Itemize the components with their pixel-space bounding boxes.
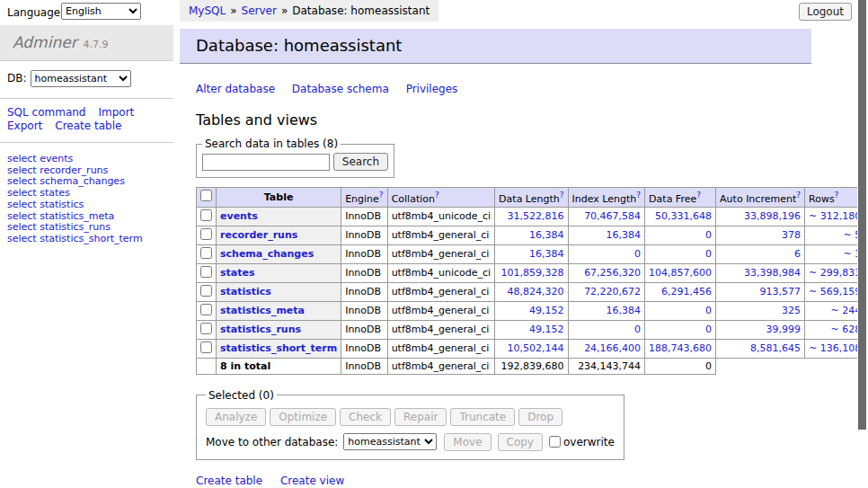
- table-link[interactable]: statistics_meta: [220, 305, 305, 316]
- table-link[interactable]: statistics_runs: [220, 324, 301, 335]
- page-title: Database: homeassistant: [180, 29, 811, 64]
- engine-cell: InnoDB: [341, 301, 387, 320]
- data-length-cell: 101,859,328: [495, 263, 568, 282]
- row-checkbox[interactable]: [200, 228, 212, 240]
- truncate-button[interactable]: Truncate: [450, 408, 515, 426]
- language-label: Language:: [7, 6, 64, 19]
- help-link[interactable]: ?: [835, 191, 839, 200]
- sidebar-import-link[interactable]: Import: [98, 106, 134, 119]
- total-label: 8 in total: [217, 358, 341, 374]
- column-header-table: Table: [217, 188, 341, 208]
- engine-cell: InnoDB: [341, 320, 387, 339]
- row-checkbox[interactable]: [200, 304, 212, 315]
- tables-and-views-heading: Tables and views: [196, 111, 852, 129]
- move-button[interactable]: Move: [444, 433, 491, 451]
- help-link[interactable]: ?: [379, 191, 384, 200]
- table-link[interactable]: schema_changes: [220, 248, 314, 260]
- search-legend: Search data in tables (8): [202, 138, 341, 150]
- breadcrumb-link-mysql[interactable]: MySQL: [189, 4, 226, 17]
- data-free-cell: 0: [645, 301, 716, 320]
- table-row: statistics_short_termInnoDButf8mb4_gener…: [197, 339, 868, 358]
- db-select[interactable]: homeassistant: [31, 70, 131, 87]
- column-header-index-length: Index Length?: [568, 188, 645, 208]
- main-content: Database: homeassistant Alter database D…: [180, 25, 852, 488]
- breadcrumb-separator: »: [230, 4, 236, 17]
- engine-cell: InnoDB: [341, 244, 387, 263]
- copy-button[interactable]: Copy: [498, 433, 543, 451]
- help-link[interactable]: ?: [636, 191, 641, 200]
- rows-cell: ~ 628: [805, 320, 865, 339]
- index-length-cell: 67,256,320: [568, 263, 645, 282]
- overwrite-checkbox[interactable]: [549, 436, 561, 448]
- optimize-button[interactable]: Optimize: [270, 408, 336, 426]
- data-free-cell: 0: [645, 320, 716, 339]
- sidebar-export-link[interactable]: Export: [7, 120, 42, 132]
- logout-button[interactable]: Logout: [799, 3, 852, 21]
- help-link[interactable]: ?: [796, 191, 801, 200]
- sidebar-sql-command-link[interactable]: SQL command: [7, 106, 85, 119]
- sidebar-select-link[interactable]: select statistics: [7, 200, 166, 211]
- table-link[interactable]: states: [220, 267, 255, 279]
- auto-increment-cell: 6: [716, 244, 805, 263]
- breadcrumb-current: Database: homeassistant: [292, 4, 430, 17]
- db-label: DB:: [7, 72, 27, 84]
- collation-cell: utf8mb4_unicode_ci: [387, 207, 494, 226]
- table-link[interactable]: events: [220, 210, 258, 222]
- data-length-cell: 31,522,816: [495, 207, 568, 226]
- search-button[interactable]: Search: [333, 153, 388, 171]
- analyze-button[interactable]: Analyze: [206, 408, 266, 426]
- select-all-checkbox[interactable]: [200, 190, 212, 201]
- collation-cell: utf8mb4_general_ci: [387, 226, 494, 244]
- privileges-link[interactable]: Privileges: [406, 83, 458, 95]
- total-row: 8 in totalInnoDButf8mb4_general_ci192,83…: [197, 358, 868, 374]
- data-free-cell: 104,857,600: [645, 263, 716, 282]
- selected-fieldset: Selected (0) AnalyzeOptimizeCheckRepairT…: [196, 389, 624, 460]
- row-checkbox[interactable]: [200, 266, 212, 278]
- collation-cell: utf8mb4_general_ci: [387, 301, 494, 320]
- sidebar-table-links: select eventsselect recorder_runsselect …: [0, 143, 173, 256]
- table-row: eventsInnoDButf8mb4_unicode_ci31,522,816…: [197, 207, 868, 226]
- table-header: TableEngine?Collation?Data Length?Index …: [197, 188, 868, 208]
- check-button[interactable]: Check: [340, 408, 391, 426]
- help-link[interactable]: ?: [435, 191, 439, 200]
- data-length-cell: 49,152: [495, 301, 568, 320]
- data-length-cell: 16,384: [495, 244, 568, 263]
- collation-cell: utf8mb4_general_ci: [387, 320, 494, 339]
- table-link[interactable]: statistics: [220, 286, 271, 297]
- alter-database-link[interactable]: Alter database: [196, 83, 275, 95]
- create-view-link[interactable]: Create view: [280, 475, 344, 487]
- move-to-database-label: Move to other database:: [206, 436, 338, 448]
- create-table-link[interactable]: Create table: [196, 475, 262, 487]
- row-checkbox[interactable]: [200, 342, 212, 353]
- row-checkbox[interactable]: [200, 285, 212, 297]
- table-link[interactable]: statistics_short_term: [220, 342, 337, 354]
- help-link[interactable]: ?: [696, 191, 701, 200]
- search-input[interactable]: [202, 154, 330, 171]
- breadcrumb: MySQL » Server » Database: homeassistant: [180, 0, 438, 22]
- engine-cell: InnoDB: [341, 226, 387, 244]
- column-header-rows: Rows?: [805, 188, 865, 208]
- move-database-select[interactable]: homeassistant: [343, 433, 437, 450]
- auto-increment-cell: 8,581,645: [716, 339, 805, 358]
- sidebar-create-table-link[interactable]: Create table: [55, 120, 121, 132]
- drop-button[interactable]: Drop: [518, 408, 562, 426]
- auto-increment-cell: 39,999: [716, 320, 805, 339]
- database-schema-link[interactable]: Database schema: [292, 83, 389, 95]
- scrollbar-thumb[interactable]: [858, 0, 866, 430]
- row-checkbox[interactable]: [200, 247, 212, 259]
- row-checkbox[interactable]: [200, 209, 212, 221]
- selected-legend: Selected (0): [206, 389, 277, 402]
- breadcrumb-link-server[interactable]: Server: [242, 4, 277, 17]
- table-link[interactable]: recorder_runs: [220, 229, 297, 241]
- sidebar-select-link[interactable]: select statistics_short_term: [7, 234, 166, 245]
- sidebar-select-link[interactable]: select events: [7, 154, 166, 165]
- language-select[interactable]: English: [61, 3, 141, 20]
- scrollbar-track[interactable]: [857, 0, 868, 488]
- repair-button[interactable]: Repair: [394, 408, 447, 426]
- row-checkbox[interactable]: [200, 323, 212, 334]
- collation-cell: utf8mb4_unicode_ci: [387, 263, 494, 282]
- sidebar-select-link[interactable]: select states: [7, 188, 166, 200]
- table-row: statesInnoDButf8mb4_unicode_ci101,859,32…: [197, 263, 868, 282]
- engine-cell: InnoDB: [341, 282, 387, 301]
- help-link[interactable]: ?: [560, 191, 564, 200]
